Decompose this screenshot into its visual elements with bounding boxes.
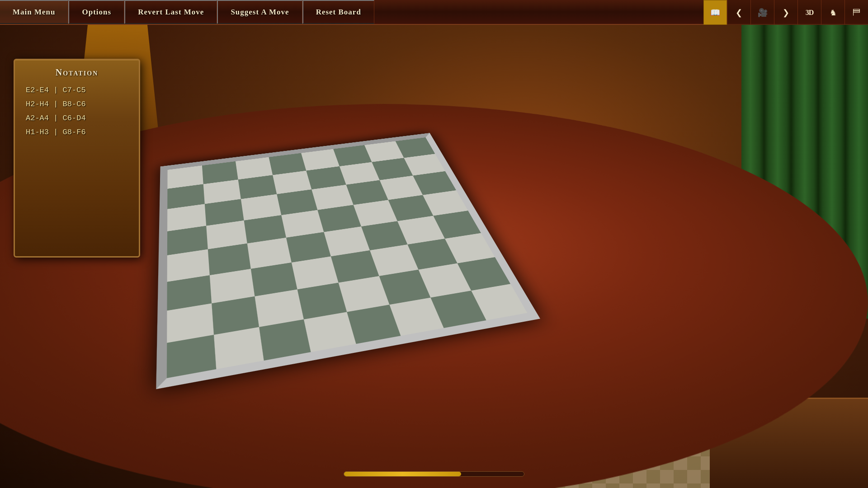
main-menu-button[interactable]: Main Menu [0,0,68,24]
notation-title: Notation [22,67,132,78]
progress-bar-container [344,471,524,477]
top-navigation-bar: Main Menu Options Revert Last Move Sugge… [0,0,868,25]
game-area: Notation E2-E4 | C7-C5 H2-H4 | B8-C6 A2-… [0,25,868,488]
book-icon-button[interactable]: 📖 [703,0,727,25]
chess-cell-7-2[interactable] [259,319,311,361]
notation-move-2: H2-H4 | B8-C6 [22,100,132,108]
notation-move-4: H1-H3 | G8-F6 [22,128,132,136]
camera-icon-button[interactable]: 🎥 [750,0,774,25]
options-button[interactable]: Options [68,0,124,24]
prev-button[interactable]: ❮ [727,0,750,25]
knight-icon-button[interactable]: ♞ [821,0,844,25]
revert-last-move-button[interactable]: Revert Last Move [124,0,217,24]
chess-cell-7-0[interactable] [167,335,216,378]
chess-cell-7-1[interactable] [213,327,264,369]
reset-board-button[interactable]: Reset Board [302,0,374,24]
notation-move-1: E2-E4 | C7-C5 [22,86,132,94]
progress-bar [344,472,461,476]
checkerboard-icon-button[interactable]: ⛿ [844,0,868,25]
notation-move-3: A2-A4 | C6-D4 [22,114,132,122]
notation-panel: Notation E2-E4 | C7-C5 H2-H4 | B8-C6 A2-… [14,59,140,258]
threed-button[interactable]: 3D [797,0,821,25]
suggest-move-button[interactable]: Suggest a move [217,0,302,24]
next-button[interactable]: ❯ [774,0,797,25]
